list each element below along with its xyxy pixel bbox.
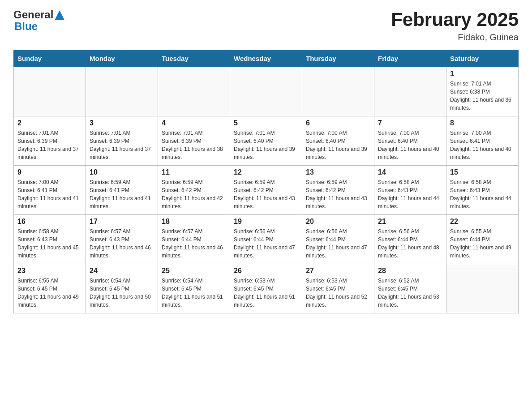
week-row-2: 2Sunrise: 7:01 AMSunset: 6:39 PMDaylight… bbox=[14, 116, 519, 166]
header-wednesday: Wednesday bbox=[230, 50, 302, 67]
cell-week3-day3: 11Sunrise: 6:59 AMSunset: 6:42 PMDayligh… bbox=[158, 166, 230, 215]
cell-week4-day6: 21Sunrise: 6:56 AMSunset: 6:44 PMDayligh… bbox=[374, 215, 446, 264]
day-number: 28 bbox=[378, 267, 442, 275]
day-number: 26 bbox=[234, 267, 298, 275]
day-info: Sunrise: 6:57 AMSunset: 6:44 PMDaylight:… bbox=[162, 227, 226, 260]
weekday-header-row: Sunday Monday Tuesday Wednesday Thursday… bbox=[14, 50, 519, 67]
cell-week5-day2: 24Sunrise: 6:54 AMSunset: 6:45 PMDayligh… bbox=[86, 264, 158, 313]
day-info: Sunrise: 7:01 AMSunset: 6:39 PMDaylight:… bbox=[90, 129, 154, 161]
cell-week1-day4 bbox=[230, 67, 302, 116]
day-info: Sunrise: 6:56 AMSunset: 6:44 PMDaylight:… bbox=[306, 227, 370, 260]
day-number: 17 bbox=[90, 218, 154, 226]
day-number: 3 bbox=[90, 119, 154, 127]
cell-week5-day5: 27Sunrise: 6:53 AMSunset: 6:45 PMDayligh… bbox=[302, 264, 374, 313]
cell-week4-day2: 17Sunrise: 6:57 AMSunset: 6:43 PMDayligh… bbox=[86, 215, 158, 264]
day-number: 19 bbox=[234, 218, 298, 226]
cell-week4-day1: 16Sunrise: 6:58 AMSunset: 6:43 PMDayligh… bbox=[14, 215, 86, 264]
day-number: 22 bbox=[450, 218, 515, 226]
day-info: Sunrise: 7:01 AMSunset: 6:40 PMDaylight:… bbox=[234, 129, 298, 161]
day-info: Sunrise: 6:53 AMSunset: 6:45 PMDaylight:… bbox=[234, 277, 298, 309]
day-number: 16 bbox=[17, 218, 82, 226]
location-label: Fidako, Guinea bbox=[391, 32, 519, 43]
day-number: 6 bbox=[306, 119, 370, 127]
day-info: Sunrise: 7:01 AMSunset: 6:39 PMDaylight:… bbox=[17, 129, 82, 161]
day-number: 1 bbox=[450, 70, 515, 78]
logo-general: General bbox=[13, 9, 53, 21]
day-info: Sunrise: 6:53 AMSunset: 6:45 PMDaylight:… bbox=[306, 277, 370, 309]
day-info: Sunrise: 7:01 AMSunset: 6:39 PMDaylight:… bbox=[162, 129, 226, 161]
calendar-table: Sunday Monday Tuesday Wednesday Thursday… bbox=[13, 50, 519, 313]
day-number: 27 bbox=[306, 267, 370, 275]
cell-week1-day5 bbox=[302, 67, 374, 116]
day-number: 15 bbox=[450, 168, 515, 176]
header-saturday: Saturday bbox=[446, 50, 519, 67]
cell-week4-day5: 20Sunrise: 6:56 AMSunset: 6:44 PMDayligh… bbox=[302, 215, 374, 264]
day-info: Sunrise: 6:57 AMSunset: 6:43 PMDaylight:… bbox=[90, 227, 154, 260]
day-number: 10 bbox=[90, 168, 154, 176]
day-info: Sunrise: 6:56 AMSunset: 6:44 PMDaylight:… bbox=[234, 227, 298, 260]
day-number: 12 bbox=[234, 168, 298, 176]
week-row-1: 1Sunrise: 7:01 AMSunset: 6:38 PMDaylight… bbox=[14, 67, 519, 116]
logo-text: General Blue bbox=[13, 9, 64, 33]
cell-week4-day3: 18Sunrise: 6:57 AMSunset: 6:44 PMDayligh… bbox=[158, 215, 230, 264]
day-number: 11 bbox=[162, 168, 226, 176]
cell-week2-day7: 8Sunrise: 7:00 AMSunset: 6:41 PMDaylight… bbox=[446, 116, 519, 166]
cell-week5-day4: 26Sunrise: 6:53 AMSunset: 6:45 PMDayligh… bbox=[230, 264, 302, 313]
day-number: 7 bbox=[378, 119, 442, 127]
title-block: February 2025 Fidako, Guinea bbox=[391, 9, 519, 43]
day-number: 14 bbox=[378, 168, 442, 176]
cell-week2-day4: 5Sunrise: 7:01 AMSunset: 6:40 PMDaylight… bbox=[230, 116, 302, 166]
day-info: Sunrise: 7:01 AMSunset: 6:38 PMDaylight:… bbox=[450, 80, 515, 112]
svg-marker-0 bbox=[55, 10, 64, 20]
day-info: Sunrise: 6:59 AMSunset: 6:42 PMDaylight:… bbox=[306, 178, 370, 210]
day-info: Sunrise: 6:58 AMSunset: 6:43 PMDaylight:… bbox=[17, 227, 82, 260]
day-info: Sunrise: 6:52 AMSunset: 6:45 PMDaylight:… bbox=[378, 277, 442, 309]
day-info: Sunrise: 7:00 AMSunset: 6:40 PMDaylight:… bbox=[306, 129, 370, 161]
day-info: Sunrise: 7:00 AMSunset: 6:41 PMDaylight:… bbox=[17, 178, 82, 210]
week-row-4: 16Sunrise: 6:58 AMSunset: 6:43 PMDayligh… bbox=[14, 215, 519, 264]
day-info: Sunrise: 7:00 AMSunset: 6:40 PMDaylight:… bbox=[378, 129, 442, 161]
logo-blue: Blue bbox=[14, 20, 38, 32]
cell-week1-day6 bbox=[374, 67, 446, 116]
month-title: February 2025 bbox=[391, 9, 519, 30]
day-number: 9 bbox=[17, 168, 82, 176]
day-number: 2 bbox=[17, 119, 82, 127]
day-number: 5 bbox=[234, 119, 298, 127]
cell-week2-day3: 4Sunrise: 7:01 AMSunset: 6:39 PMDaylight… bbox=[158, 116, 230, 166]
cell-week1-day7: 1Sunrise: 7:01 AMSunset: 6:38 PMDaylight… bbox=[446, 67, 519, 116]
day-info: Sunrise: 6:59 AMSunset: 6:42 PMDaylight:… bbox=[162, 178, 226, 210]
day-number: 20 bbox=[306, 218, 370, 226]
week-row-5: 23Sunrise: 6:55 AMSunset: 6:45 PMDayligh… bbox=[14, 264, 519, 313]
cell-week4-day7: 22Sunrise: 6:55 AMSunset: 6:44 PMDayligh… bbox=[446, 215, 519, 264]
cell-week3-day4: 12Sunrise: 6:59 AMSunset: 6:42 PMDayligh… bbox=[230, 166, 302, 215]
cell-week3-day2: 10Sunrise: 6:59 AMSunset: 6:41 PMDayligh… bbox=[86, 166, 158, 215]
page-header: General Blue February 2025 Fidako, Guine… bbox=[13, 9, 519, 43]
cell-week5-day1: 23Sunrise: 6:55 AMSunset: 6:45 PMDayligh… bbox=[14, 264, 86, 313]
day-number: 13 bbox=[306, 168, 370, 176]
header-sunday: Sunday bbox=[14, 50, 86, 67]
day-number: 25 bbox=[162, 267, 226, 275]
cell-week1-day2 bbox=[86, 67, 158, 116]
cell-week2-day2: 3Sunrise: 7:01 AMSunset: 6:39 PMDaylight… bbox=[86, 116, 158, 166]
cell-week3-day5: 13Sunrise: 6:59 AMSunset: 6:42 PMDayligh… bbox=[302, 166, 374, 215]
cell-week3-day7: 15Sunrise: 6:58 AMSunset: 6:43 PMDayligh… bbox=[446, 166, 519, 215]
cell-week2-day5: 6Sunrise: 7:00 AMSunset: 6:40 PMDaylight… bbox=[302, 116, 374, 166]
day-info: Sunrise: 6:58 AMSunset: 6:43 PMDaylight:… bbox=[450, 178, 515, 210]
day-info: Sunrise: 6:55 AMSunset: 6:45 PMDaylight:… bbox=[17, 277, 82, 309]
day-number: 8 bbox=[450, 119, 515, 127]
logo: General Blue bbox=[13, 9, 64, 33]
day-info: Sunrise: 7:00 AMSunset: 6:41 PMDaylight:… bbox=[450, 129, 515, 161]
day-number: 24 bbox=[90, 267, 154, 275]
cell-week3-day6: 14Sunrise: 6:58 AMSunset: 6:43 PMDayligh… bbox=[374, 166, 446, 215]
day-number: 4 bbox=[162, 119, 226, 127]
cell-week2-day1: 2Sunrise: 7:01 AMSunset: 6:39 PMDaylight… bbox=[14, 116, 86, 166]
logo-triangle-icon bbox=[55, 10, 64, 20]
day-info: Sunrise: 6:56 AMSunset: 6:44 PMDaylight:… bbox=[378, 227, 442, 260]
cell-week2-day6: 7Sunrise: 7:00 AMSunset: 6:40 PMDaylight… bbox=[374, 116, 446, 166]
day-info: Sunrise: 6:54 AMSunset: 6:45 PMDaylight:… bbox=[162, 277, 226, 309]
day-info: Sunrise: 6:59 AMSunset: 6:41 PMDaylight:… bbox=[90, 178, 154, 210]
header-tuesday: Tuesday bbox=[158, 50, 230, 67]
day-info: Sunrise: 6:55 AMSunset: 6:44 PMDaylight:… bbox=[450, 227, 515, 260]
cell-week1-day3 bbox=[158, 67, 230, 116]
day-info: Sunrise: 6:54 AMSunset: 6:45 PMDaylight:… bbox=[90, 277, 154, 309]
